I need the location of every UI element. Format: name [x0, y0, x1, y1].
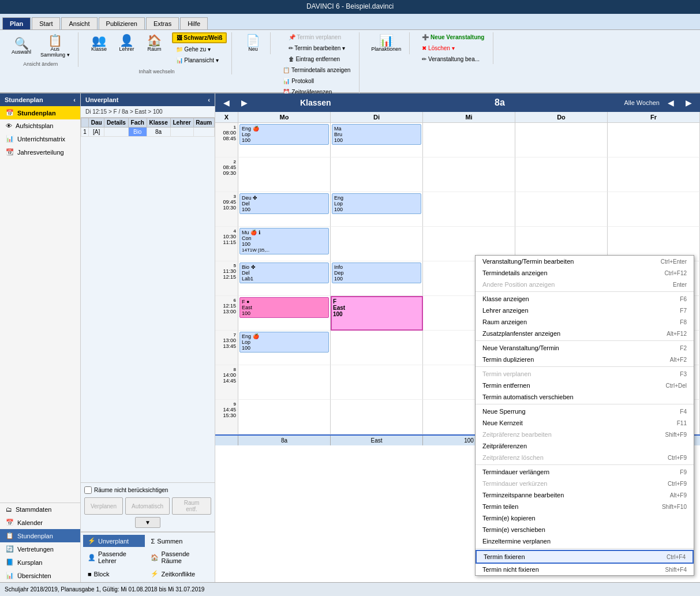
sidebar-item-jahresverteilung[interactable]: 📆 Jahresverteilung [0, 145, 80, 159]
ribbon-btn-auswahl[interactable]: 🔍 Auswahl [8, 35, 35, 57]
calendar-next[interactable]: ▶ [238, 97, 251, 108]
cell-mo-3[interactable]: Deu ✤Del100 [238, 192, 331, 227]
ctx-termin-verschieben[interactable]: Termin automatisch verschieben [476, 391, 694, 403]
ctx-zusatzplanfenster[interactable]: Zusatzplanfenster anzeigen Alt+F12 [476, 328, 694, 339]
cell-mo-9[interactable] [238, 400, 331, 434]
cell-di-1[interactable]: MaBru100 [331, 123, 423, 158]
bottom-nav-zeitkonflikte[interactable]: ⚡ Zeitkonflikte [146, 568, 208, 580]
calendar-week-prev[interactable]: ◀ [664, 97, 677, 108]
tab-extras[interactable]: Extras [146, 17, 179, 29]
cell-fr-3[interactable] [608, 192, 700, 227]
ctx-termin-fixieren[interactable]: Termin fixieren Ctrl+F4 [476, 550, 694, 564]
cell-mi-1[interactable] [423, 123, 515, 158]
cell-di-4[interactable] [331, 227, 423, 261]
bottom-nav-passende-raume[interactable]: 🏠 Passende Räume [146, 548, 208, 567]
sidebar-bottom-kalender[interactable]: 📅 Kalender [0, 516, 80, 529]
tab-start[interactable]: Start [32, 17, 60, 29]
lesson-di-5[interactable]: InfoDep100 [332, 263, 421, 283]
lesson-mo-3[interactable]: Deu ✤Del100 [239, 193, 329, 214]
sidebar-bottom-stammdaten[interactable]: 🗂 Stammdaten [0, 503, 80, 516]
cell-mo-1[interactable]: Eng 🍎Lop100 [238, 123, 331, 158]
tab-publizieren[interactable]: Publizieren [99, 17, 145, 29]
cell-mi-2[interactable] [423, 158, 515, 192]
calendar-prev[interactable]: ◀ [220, 97, 233, 108]
ctx-neue-sperrung[interactable]: Neue Sperrung F4 [476, 406, 694, 417]
cell-mi-3[interactable] [423, 192, 515, 227]
tab-hilfe[interactable]: Hilfe [180, 17, 208, 29]
tab-plan[interactable]: Plan [2, 17, 31, 29]
ribbon-btn-loeschen[interactable]: ✖ Löschen ▾ [418, 43, 488, 53]
cell-do-1[interactable] [515, 123, 608, 158]
ctx-termindetails[interactable]: Termindetails anzeigen Ctrl+F12 [476, 267, 694, 279]
lesson-mo-1[interactable]: Eng 🍎Lop100 [239, 124, 329, 145]
lesson-di-1[interactable]: MaBru100 [332, 124, 421, 145]
sidebar-item-aufsichtsplan[interactable]: 👁 Aufsichtsplan [0, 119, 80, 132]
ctx-termindauer-verkuerzen[interactable]: Termindauer verkürzen Ctrl+F9 [476, 478, 694, 489]
sort-dropdown[interactable]: ▼ [135, 517, 160, 528]
ctx-neue-kernzeit[interactable]: Neue Kernzeit F11 [476, 417, 694, 429]
ctx-lehrer-anzeigen[interactable]: Lehrer anzeigen F7 [476, 305, 694, 316]
sidebar-bottom-vertretungen[interactable]: 🔄 Vertretungen [0, 542, 80, 556]
cell-do-2[interactable] [515, 158, 608, 192]
cell-di-2[interactable] [331, 158, 423, 192]
table-row[interactable]: 1 [A] Bio 8a [81, 128, 214, 137]
ctx-termin-entfernen[interactable]: Termin entfernen Ctrl+Del [476, 380, 694, 391]
ribbon-btn-veranstaltung-bea[interactable]: ✏ Veranstaltung bea... [418, 54, 488, 64]
ribbon-btn-termindetails[interactable]: 📋 Termindetails anzeigen [279, 65, 354, 75]
ctx-termin-duplizieren[interactable]: Termin duplizieren Alt+F2 [476, 354, 694, 365]
ribbon-btn-termin-verplanen[interactable]: 📌 Termin verplanen [285, 32, 349, 42]
cell-di-5[interactable]: InfoDep100 [331, 261, 423, 296]
ctx-termindauer-verlaengern[interactable]: Termindauer verlängern F9 [476, 466, 694, 478]
ribbon-btn-raum[interactable]: 🏠 Raum [142, 32, 167, 65]
bottom-nav-summen[interactable]: Σ Summen [146, 535, 208, 547]
sidebar-item-unterrichtsmatrix[interactable]: 📊 Unterrichtsmatrix [0, 132, 80, 145]
ribbon-btn-protokoll[interactable]: 📊 Protokoll [279, 76, 354, 86]
ribbon-btn-sammlung[interactable]: 📋 AusSammlung ▾ [37, 32, 73, 60]
ribbon-btn-planaktionen[interactable]: 📊 Planaktionen [368, 32, 405, 54]
cell-fr-2[interactable] [608, 158, 700, 192]
ctx-klasse-anzeigen[interactable]: Klasse anzeigen F6 [476, 293, 694, 305]
ctx-veranstaltung-bearbeiten[interactable]: Veranstaltung/Termin bearbeiten Ctrl+Ent… [476, 256, 694, 267]
tab-ansicht[interactable]: Ansicht [61, 17, 97, 29]
ctx-einzeltermine[interactable]: Einzeltermine verplanen [476, 535, 694, 547]
ribbon-btn-lehrer[interactable]: 👤 Lehrer [114, 32, 140, 65]
bottom-nav-block[interactable]: ■ Block [83, 568, 145, 580]
cell-di-3[interactable]: EngLop100 [331, 192, 423, 227]
cell-mo-8[interactable] [238, 365, 331, 400]
raum-entf-btn[interactable]: Raum entf. [172, 497, 211, 515]
automatisch-btn[interactable]: Automatisch [125, 497, 170, 515]
cell-mo-6[interactable]: F ●East100 [238, 296, 331, 331]
cell-di-6[interactable]: FEast100 [331, 296, 423, 331]
lesson-mo-5[interactable]: Bio ✤DelLab1 [239, 263, 329, 283]
cell-fr-1[interactable] [608, 123, 700, 158]
sidebar-bottom-stundenplan[interactable]: 📋 Stundenplan [0, 529, 80, 542]
bottom-nav-unverplant[interactable]: ⚡ Unverplant [83, 535, 145, 547]
ctx-termin-teilen[interactable]: Termin teilen Shift+F10 [476, 501, 694, 512]
ctx-terminzeitspanne[interactable]: Terminzeitspanne bearbeiten Alt+F9 [476, 489, 694, 501]
ctx-termin-nicht-fixieren[interactable]: Termin nicht fixieren Shift+F4 [476, 564, 694, 575]
cell-do-3[interactable] [515, 192, 608, 227]
ribbon-btn-neue-veranstaltung[interactable]: ➕ Neue Veranstaltung [418, 32, 488, 42]
ctx-zeitpraeferenz-bearbeiten[interactable]: Zeitpräferenz bearbeiten Shift+F9 [476, 429, 694, 440]
cell-mo-2[interactable] [238, 158, 331, 192]
cell-di-7[interactable] [331, 331, 423, 365]
cell-di-9[interactable] [331, 400, 423, 434]
middle-panel-collapse[interactable]: ‹ [208, 96, 210, 103]
verplanen-btn[interactable]: Verplanen [84, 497, 123, 515]
ribbon-btn-planansicht[interactable]: 📊 Planansicht ▾ [172, 55, 227, 65]
ctx-zeitpraeferenz-loeschen[interactable]: Zeitpräferenz löschen Ctrl+F9 [476, 452, 694, 463]
sidebar-item-stundenplan[interactable]: 📅 Stundenplan [0, 106, 80, 119]
sidebar-bottom-kursplan[interactable]: 📘 Kursplan [0, 556, 80, 569]
ribbon-btn-schwarzweiss[interactable]: 🖼 Schwarz/Weiß [172, 32, 227, 43]
ribbon-btn-gehe-zu[interactable]: 📁 Gehe zu ▾ [172, 44, 227, 54]
ctx-termin-verschieben2[interactable]: Termin(e) verschieben [476, 524, 694, 535]
ctx-termin-kopieren[interactable]: Termin(e) kopieren [476, 512, 694, 524]
lesson-di-3[interactable]: EngLop100 [332, 193, 421, 214]
cell-mo-5[interactable]: Bio ✤DelLab1 [238, 261, 331, 296]
ribbon-btn-neu[interactable]: 📄 Neu [240, 32, 265, 54]
lesson-mo-6[interactable]: F ●East100 [239, 297, 329, 318]
ctx-andere-position[interactable]: Andere Position anzeigen Enter [476, 279, 694, 290]
ctx-raum-anzeigen[interactable]: Raum anzeigen F8 [476, 316, 694, 328]
cell-mo-4[interactable]: Mu 🍎 ℹCon10014T1W [35,... [238, 227, 331, 261]
lesson-mo-7[interactable]: Eng 🍎Lop100 [239, 332, 329, 353]
